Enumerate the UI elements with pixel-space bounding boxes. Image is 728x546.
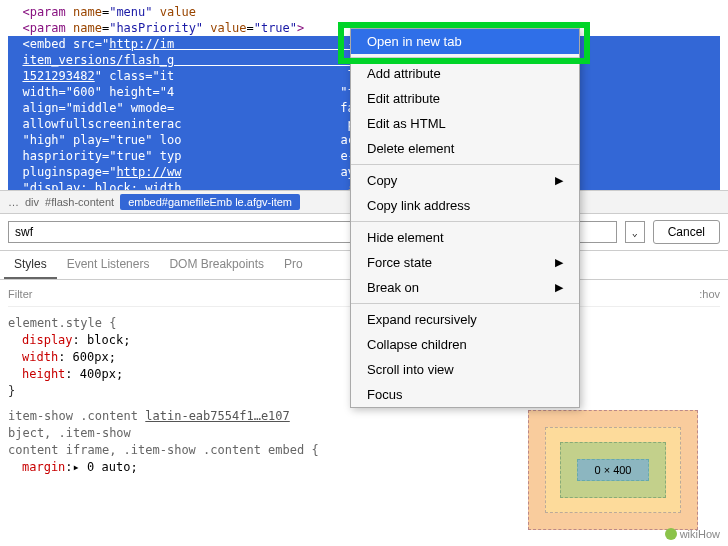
tab-styles[interactable]: Styles [4,251,57,279]
breadcrumb-item[interactable]: … [8,196,19,208]
css-selector[interactable]: bject, .item-show [8,426,131,440]
submenu-arrow-icon: ▶ [555,256,563,269]
menu-separator [351,164,579,165]
css-value[interactable]: 400px [80,367,116,381]
css-selector[interactable]: item-show .content [8,409,145,423]
submenu-arrow-icon: ▶ [555,281,563,294]
wikihow-icon [665,528,677,540]
menu-separator [351,303,579,304]
hov-toggle[interactable]: :hov [699,288,720,300]
watermark-text: wikiHow [680,528,720,540]
tab-dom-breakpoints[interactable]: DOM Breakpoints [159,251,274,279]
menu-edit-attribute[interactable]: Edit attribute [351,86,579,111]
menu-focus[interactable]: Focus [351,382,579,407]
breadcrumb-item[interactable]: div [25,196,39,208]
menu-delete-element[interactable]: Delete element [351,136,579,161]
css-value[interactable]: 600px [73,350,109,364]
css-source-link[interactable]: latin-eab7554f1…e107 [145,409,290,423]
css-value[interactable]: block [87,333,123,347]
css-prop[interactable]: height [22,367,65,381]
breadcrumb-active[interactable]: embed#gamefileEmb le.afgv-item [120,194,300,210]
menu-force-state[interactable]: Force state▶ [351,250,579,275]
menu-scroll-into-view[interactable]: Scroll into view [351,357,579,382]
code-line: <param name="menu" value [8,4,720,20]
menu-break-on[interactable]: Break on▶ [351,275,579,300]
css-selector[interactable]: element.style { [8,316,116,330]
menu-copy-link[interactable]: Copy link address [351,193,579,218]
menu-edit-html[interactable]: Edit as HTML [351,111,579,136]
menu-open-new-tab[interactable]: Open in new tab [351,29,579,54]
box-model-content: 0 × 400 [577,459,648,481]
css-selector[interactable]: content iframe, .item-show .content embe… [8,443,319,457]
dropdown-toggle[interactable]: ⌄ [625,221,645,243]
watermark: wikiHow [665,528,720,540]
css-prop[interactable]: width [22,350,58,364]
menu-separator [351,57,579,58]
menu-collapse-children[interactable]: Collapse children [351,332,579,357]
menu-expand-recursively[interactable]: Expand recursively [351,307,579,332]
menu-copy[interactable]: Copy▶ [351,168,579,193]
tab-event-listeners[interactable]: Event Listeners [57,251,160,279]
submenu-arrow-icon: ▶ [555,174,563,187]
menu-add-attribute[interactable]: Add attribute [351,61,579,86]
css-brace: } [8,384,15,398]
filter-label[interactable]: Filter [8,288,32,300]
menu-separator [351,221,579,222]
breadcrumb-item[interactable]: #flash-content [45,196,114,208]
css-value[interactable]: ▸ 0 auto [73,460,131,474]
css-prop[interactable]: margin [22,460,65,474]
tab-properties[interactable]: Pro [274,251,313,279]
css-prop[interactable]: display [22,333,73,347]
cancel-button[interactable]: Cancel [653,220,720,244]
menu-hide-element[interactable]: Hide element [351,225,579,250]
context-menu: Open in new tab Add attribute Edit attri… [350,28,580,408]
box-model: 0 × 400 [528,410,698,530]
